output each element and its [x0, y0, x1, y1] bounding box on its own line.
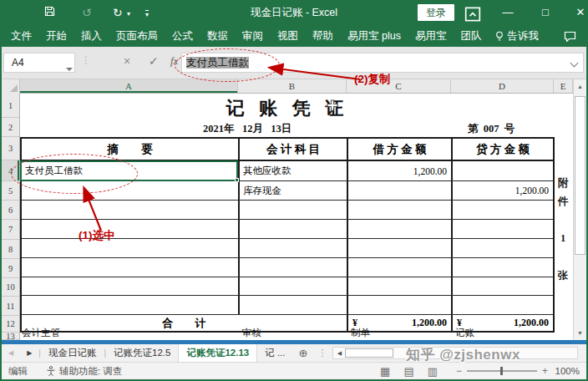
login-button[interactable]: 登录 — [418, 4, 454, 21]
header-debit[interactable]: 借 方 金 额 — [348, 139, 453, 160]
row-header-1[interactable]: 1 — [2, 94, 19, 118]
cell-d4[interactable] — [453, 161, 553, 180]
signature-bookkeeper[interactable]: 记账 — [455, 327, 474, 339]
sheet-tab-voucher-12-13[interactable]: 记账凭证12.13 — [178, 344, 257, 362]
cancel-entry-icon[interactable]: × — [124, 54, 130, 68]
voucher-title[interactable]: 记 账 凭 证 — [20, 96, 555, 121]
tab-view[interactable]: 视图 — [277, 29, 298, 43]
row-header-11[interactable]: 11 — [2, 297, 19, 316]
tab-formulas[interactable]: 公式 — [172, 29, 193, 43]
cell-c7[interactable] — [348, 220, 453, 238]
cell-c4[interactable]: 1,200.00 — [348, 161, 453, 180]
zoom-level[interactable]: 100% — [553, 366, 586, 376]
scroll-down-icon[interactable]: ▼ — [574, 327, 586, 339]
row-header-2[interactable]: 2 — [2, 118, 19, 137]
cell-d11[interactable] — [453, 296, 553, 314]
row-header-8[interactable]: 8 — [2, 240, 19, 259]
close-button[interactable]: ✕ — [571, 5, 588, 20]
tab-tell-me[interactable]: 告诉我 — [495, 29, 539, 43]
tab-yiyongbao-plus[interactable]: 易用宝 plus — [347, 29, 401, 43]
cell-c8[interactable] — [348, 239, 453, 257]
maximize-button[interactable]: □ — [536, 5, 555, 20]
formula-bar-expand-icon[interactable] — [570, 59, 579, 68]
column-header-b[interactable]: B — [238, 79, 347, 93]
cell-b5[interactable]: 库存现金 — [240, 181, 348, 200]
cell-d5[interactable]: 1,200.00 — [453, 181, 553, 200]
tab-insert[interactable]: 插入 — [81, 29, 102, 43]
sheet-nav-right-icon[interactable]: ▶ — [20, 349, 38, 357]
tab-data[interactable]: 数据 — [207, 29, 228, 43]
page-break-view-icon[interactable]: ▥ — [428, 365, 438, 378]
zoom-slider[interactable] — [467, 370, 537, 372]
vertical-scroll-thumb[interactable] — [575, 96, 585, 255]
scroll-up-icon[interactable]: ▲ — [574, 80, 586, 93]
vertical-scrollbar[interactable]: ▲ ▼ — [573, 79, 586, 340]
voucher-number[interactable]: 第 007 号 — [468, 122, 514, 136]
cell-d6[interactable] — [453, 201, 553, 219]
cell-b9[interactable] — [240, 258, 348, 277]
ribbon-display-options-icon[interactable] — [464, 7, 482, 22]
cell-a8[interactable] — [22, 239, 240, 257]
cell-d10[interactable] — [453, 277, 553, 295]
row-header-3[interactable]: 3 — [2, 137, 19, 160]
cell-b8[interactable] — [240, 239, 348, 257]
row-header-9[interactable]: 9 — [2, 259, 19, 278]
row-header-13[interactable]: 13 — [2, 333, 19, 340]
cell-c6[interactable] — [348, 201, 453, 219]
signature-accounting-supervisor[interactable]: 会计主管 — [22, 327, 60, 339]
column-header-a[interactable]: A — [20, 79, 238, 93]
accessibility-status[interactable]: 辅助功能: 调查 — [59, 365, 122, 378]
horizontal-scroll-thumb[interactable] — [345, 348, 393, 358]
horizontal-scrollbar[interactable]: ◀ — [332, 347, 578, 359]
row-header-5[interactable]: 5 — [2, 181, 19, 201]
sheet-tab-voucher-12-5[interactable]: 记账凭证12.5 — [106, 344, 178, 362]
zoom-in-icon[interactable]: + — [537, 365, 553, 377]
comments-icon[interactable] — [564, 31, 576, 42]
cell-c10[interactable] — [348, 277, 453, 295]
tab-yiyongbao[interactable]: 易用宝 — [415, 29, 447, 43]
tab-review[interactable]: 审阅 — [242, 29, 263, 43]
cell-b6[interactable] — [240, 201, 348, 219]
cell-a7[interactable] — [22, 220, 240, 238]
header-account[interactable]: 会 计 科 目 — [240, 139, 348, 160]
tab-help[interactable]: 帮助 — [312, 29, 333, 43]
cell-a9[interactable] — [22, 258, 240, 277]
row-header-6[interactable]: 6 — [2, 201, 19, 220]
cell-a6[interactable] — [22, 201, 240, 219]
new-sheet-icon[interactable]: ⊕ — [292, 347, 313, 359]
name-box[interactable]: A4 — [3, 53, 75, 73]
tab-file[interactable]: 文件 — [11, 29, 32, 43]
minimize-button[interactable]: — — [499, 5, 517, 20]
normal-view-icon[interactable]: ▦ — [380, 365, 390, 378]
cell-b10[interactable] — [240, 277, 348, 295]
cell-d8[interactable] — [453, 239, 553, 257]
cell-c11[interactable] — [348, 296, 453, 314]
tab-team[interactable]: 团队 — [460, 29, 481, 43]
row-header-10[interactable]: 10 — [2, 278, 19, 297]
cell-d9[interactable] — [453, 258, 553, 277]
tab-page-layout[interactable]: 页面布局 — [116, 29, 158, 43]
sheet-tab-partial[interactable]: 记 ... — [257, 344, 292, 362]
row-header-7[interactable]: 7 — [2, 220, 19, 240]
confirm-entry-icon[interactable]: ✓ — [149, 54, 159, 68]
zoom-slider-thumb[interactable] — [500, 367, 503, 375]
row-header-12[interactable]: 12 — [2, 316, 19, 333]
voucher-date[interactable]: 2021年 12月 13日 — [203, 122, 291, 136]
select-all-corner[interactable] — [2, 79, 20, 94]
column-header-d[interactable]: D — [451, 79, 554, 93]
signature-preparer[interactable]: 制单 — [351, 327, 370, 339]
tab-home[interactable]: 开始 — [46, 29, 67, 43]
header-credit[interactable]: 贷 方 金 额 — [453, 139, 553, 160]
cell-a10[interactable] — [22, 277, 240, 295]
cell-d7[interactable] — [453, 220, 553, 238]
signature-reviewer[interactable]: 审核 — [242, 327, 261, 339]
cell-c9[interactable] — [348, 258, 453, 277]
sheet-tab-cash-journal[interactable]: 现金日记账 — [41, 344, 104, 362]
cell-b7[interactable] — [240, 220, 348, 238]
cell-b4[interactable]: 其他应收款 — [240, 161, 348, 180]
cell-a11[interactable] — [22, 296, 240, 314]
fill-handle[interactable] — [235, 178, 239, 182]
total-label[interactable]: 合 计 — [22, 315, 348, 331]
cell-b11[interactable] — [240, 296, 348, 314]
name-box-dropdown-icon[interactable] — [66, 68, 73, 71]
